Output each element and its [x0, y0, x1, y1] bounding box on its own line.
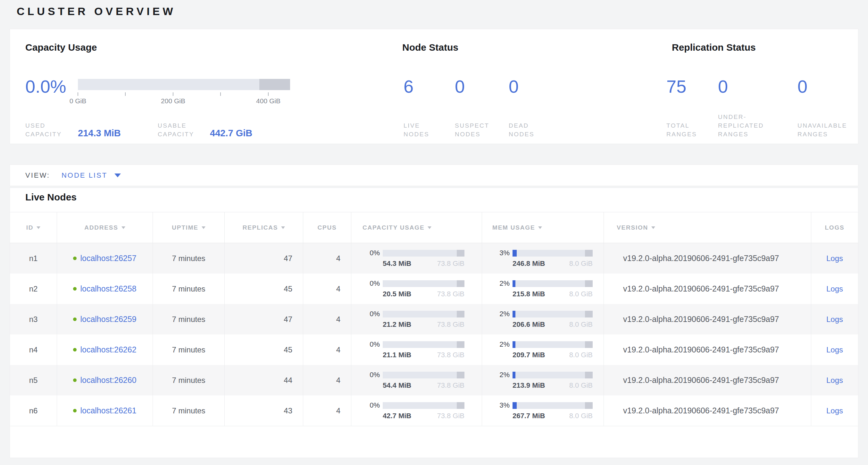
sort-arrow-icon [538, 226, 542, 229]
mem-pct: 2% [492, 371, 509, 379]
logs-link[interactable]: Logs [826, 315, 843, 324]
column-header-version[interactable]: VERSION [604, 212, 811, 243]
mem-total: 8.0 GiB [569, 320, 593, 329]
row-id: n1 [10, 243, 57, 273]
row-id: n3 [10, 304, 57, 335]
row-cpus: 4 [303, 335, 351, 365]
address-cell: localhost:26260 [57, 365, 153, 396]
node-address-link[interactable]: localhost:26262 [80, 345, 136, 354]
used-capacity-label: USED CAPACITY [25, 121, 62, 139]
node-address-link[interactable]: localhost:26259 [80, 315, 136, 324]
node-live-status-icon [73, 348, 76, 351]
replication-status-panel: Replication Status 75 TOTAL RANGES 0 UND… [657, 29, 856, 144]
row-replicas: 45 [225, 335, 303, 365]
column-header-mem[interactable]: MEM USAGE [482, 212, 604, 243]
axis-tick [78, 92, 78, 96]
under-replicated-ranges-count: 0 [718, 76, 728, 97]
row-version: v19.2.0-alpha.20190606-2491-gfe735c9a97 [604, 304, 811, 335]
logs-cell: Logs [811, 304, 858, 335]
capacity-used: 21.1 MiB [383, 351, 411, 359]
suspect-nodes-label: SUSPECT NODES [455, 121, 489, 139]
live-nodes-card: Live Nodes IDADDRESSUPTIMEREPLICASCPUSCA… [10, 187, 858, 458]
logs-link[interactable]: Logs [826, 406, 843, 415]
row-id: n4 [10, 335, 57, 365]
capacity-pct: 0% [363, 249, 380, 257]
column-header-replicas[interactable]: REPLICAS [225, 212, 303, 243]
live-nodes-label: LIVE NODES [404, 121, 429, 139]
mem-bar [513, 402, 593, 409]
mem-pct: 3% [492, 401, 509, 409]
capacity-usage-cell: 0% 54.4 MiB 73.8 GiB [351, 365, 482, 396]
mem-bar [513, 311, 593, 318]
column-header-id[interactable]: ID [10, 212, 57, 243]
capacity-used: 42.7 MiB [383, 412, 411, 420]
mem-bar-fill [513, 311, 516, 318]
row-uptime: 7 minutes [153, 396, 225, 426]
logs-cell: Logs [811, 365, 858, 396]
capacity-total: 73.8 GiB [437, 381, 464, 390]
axis-tick [173, 92, 174, 96]
mem-pct: 3% [492, 249, 509, 257]
sort-arrow-icon [36, 226, 40, 229]
column-header-capacity[interactable]: CAPACITY USAGE [351, 212, 482, 243]
capacity-usage-cell: 0% 21.2 MiB 73.8 GiB [351, 304, 482, 335]
address-cell: localhost:26262 [57, 335, 153, 365]
capacity-pct: 0% [363, 401, 380, 409]
logs-link[interactable]: Logs [826, 285, 843, 293]
mem-total: 8.0 GiB [569, 290, 593, 298]
total-ranges-count: 75 [666, 76, 686, 97]
row-replicas: 43 [225, 396, 303, 426]
mem-usage-cell: 2% 213.9 MiB 8.0 GiB [482, 365, 604, 396]
capacity-bar-reserved [457, 372, 464, 378]
address-cell: localhost:26258 [57, 273, 153, 304]
logs-link[interactable]: Logs [826, 345, 843, 354]
table-row: n3 localhost:26259 7 minutes 47 4 0% 21.… [10, 304, 858, 335]
column-header-address[interactable]: ADDRESS [57, 212, 153, 243]
column-header-logs: LOGS [811, 212, 858, 243]
column-header-uptime[interactable]: UPTIME [153, 212, 225, 243]
row-uptime: 7 minutes [153, 365, 225, 396]
node-address-link[interactable]: localhost:26257 [80, 254, 136, 263]
row-replicas: 47 [225, 243, 303, 273]
address-cell: localhost:26257 [57, 243, 153, 273]
row-uptime: 7 minutes [153, 243, 225, 273]
unavailable-ranges-count: 0 [798, 76, 807, 97]
mem-total: 8.0 GiB [569, 351, 593, 359]
mem-used: 267.7 MiB [513, 412, 545, 420]
capacity-usage-cell: 0% 54.3 MiB 73.8 GiB [351, 243, 482, 273]
node-address-link[interactable]: localhost:26258 [80, 284, 136, 293]
unavailable-ranges-label: UNAVAILABLE RANGES [798, 121, 847, 139]
node-address-link[interactable]: localhost:26261 [80, 406, 136, 415]
capacity-bar [383, 280, 464, 287]
node-status-title: Node Status [402, 42, 458, 53]
logs-cell: Logs [811, 335, 858, 365]
table-row: n4 localhost:26262 7 minutes 45 4 0% 21.… [10, 335, 858, 365]
chevron-down-icon[interactable] [115, 174, 121, 177]
mem-pct: 2% [492, 340, 509, 349]
mem-used: 215.8 MiB [513, 290, 545, 298]
view-dropdown[interactable]: NODE LIST [62, 171, 107, 180]
logs-link[interactable]: Logs [826, 254, 843, 263]
axis-tick-label: 400 GiB [256, 97, 280, 105]
column-header-cpus: CPUS [303, 212, 351, 243]
capacity-bar-reserved [457, 402, 464, 409]
mem-bar-fill [513, 402, 517, 409]
mem-usage-cell: 3% 246.8 MiB 8.0 GiB [482, 243, 604, 273]
mem-bar-reserved [585, 311, 593, 318]
capacity-usage-cell: 0% 21.1 MiB 73.8 GiB [351, 335, 482, 365]
capacity-bar [383, 372, 464, 378]
mem-total: 8.0 GiB [569, 381, 593, 390]
capacity-gauge-reserved-segment [259, 79, 290, 90]
axis-tick [220, 92, 221, 96]
row-cpus: 4 [303, 243, 351, 273]
mem-usage-cell: 2% 206.6 MiB 8.0 GiB [482, 304, 604, 335]
logs-link[interactable]: Logs [826, 376, 843, 385]
live-nodes-count: 6 [404, 76, 413, 97]
row-id: n6 [10, 396, 57, 426]
node-address-link[interactable]: localhost:26260 [80, 376, 136, 385]
axis-tick [125, 92, 126, 96]
capacity-pct: 0% [363, 371, 380, 379]
capacity-used: 54.4 MiB [383, 381, 411, 390]
row-cpus: 4 [303, 304, 351, 335]
dead-nodes-label: DEAD NODES [509, 121, 534, 139]
